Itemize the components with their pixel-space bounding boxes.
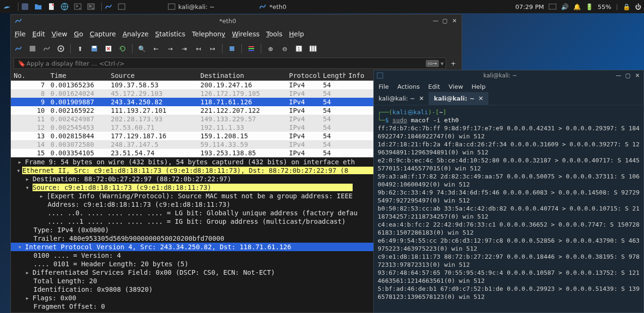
detail-ipv4[interactable]: Internet Protocol Version 4, Src: 243.34… [25,243,291,251]
filter-dropdown-icon[interactable]: ▾ [441,60,444,67]
col-destination[interactable]: Destination [198,72,286,79]
menu-statistics[interactable]: Statistics [155,30,185,38]
notifications-icon[interactable]: 🔔 [573,3,581,10]
detail-tlen[interactable]: Total Length: 20 [33,277,97,285]
maximize-button[interactable]: ▢ [442,17,448,24]
detail-version[interactable]: 0100 .... = Version: 4 [33,252,121,259]
terminal-icon[interactable]: >_ [73,2,83,11]
expand-icon[interactable]: ▸ [24,294,31,302]
open-icon[interactable]: ⬆ [75,44,85,53]
terminal-panel2-icon[interactable] [117,2,126,11]
battery-icon[interactable]: 🔋 [586,3,593,10]
col-time[interactable]: Time [48,72,108,79]
terminal-tab-1[interactable]: kali@kali: ~ ✕ [374,92,429,105]
terminal-body[interactable]: ┌──(kali㉿kali)-[~] └─$ sudo macof -i eth… [374,105,644,313]
goto-icon[interactable]: ⇥ [180,44,189,53]
close-icon[interactable]: ✕ [419,95,424,102]
detail-expert[interactable]: [Expert Info (Warning/Protocol): Source … [47,192,353,200]
expression-button[interactable]: ▭→ [426,60,439,67]
power-icon[interactable]: ⏻ [635,3,641,10]
menu-go[interactable]: Go [74,30,83,38]
menu-help[interactable]: Help [289,30,304,38]
col-source[interactable]: Source [108,72,198,79]
back-icon[interactable]: ← [151,44,161,53]
menu-capture[interactable]: Capture [90,30,116,38]
restart-capture-icon[interactable] [42,44,51,53]
editor-icon[interactable] [47,2,56,11]
menu-analyze[interactable]: Analyze [123,30,149,38]
menu-actions[interactable]: Actions [397,83,420,90]
detail-trailer[interactable]: Trailer: 480e953305d569b9000000050020200… [33,235,224,242]
stop-capture-icon[interactable] [28,44,37,53]
detail-dsf[interactable]: Differentiated Services Field: 0x00 (DSC… [33,269,275,276]
menu-tools[interactable]: Tools [266,30,283,38]
close-button[interactable]: ✕ [634,72,641,79]
menu-help[interactable]: Help [471,83,486,90]
menu-wireless[interactable]: Wireless [232,30,260,38]
detail-lg[interactable]: .... ..0. .... .... .... .... = LG bit: … [48,209,357,217]
menu-file[interactable]: File [379,83,389,90]
files-icon[interactable] [33,2,43,11]
zoom-in-icon[interactable]: ⊕ [266,44,275,53]
menu-view[interactable]: View [448,83,463,90]
lock-icon[interactable]: 🔒 [623,3,630,10]
col-no[interactable]: No. [11,72,48,79]
add-filter-button[interactable]: + [448,60,459,67]
maximize-button[interactable]: ▢ [625,72,631,79]
find-icon[interactable]: 🔍 [137,44,147,53]
desktop-icon[interactable] [20,2,30,11]
wireshark-titlebar[interactable]: *eth0 — ▢ ✕ [11,15,462,27]
capture-options-icon[interactable] [56,44,66,53]
expand-icon[interactable]: ▸ [24,269,31,276]
minimize-button[interactable]: — [432,17,439,24]
terminal-tab-2[interactable]: kali@kali: ~ ✕ [429,92,488,105]
zoom-reset-icon[interactable]: 1 [294,44,304,53]
clock[interactable]: 07:29 PM [515,3,544,10]
col-protocol[interactable]: Protocol [286,72,320,79]
forward-icon[interactable]: → [165,44,175,53]
menu-view[interactable]: View [52,30,67,38]
task-wireshark[interactable]: *eth0 [253,3,292,10]
menu-edit[interactable]: Edit [32,30,45,38]
workspace-icon[interactable] [549,4,556,9]
close-file-icon[interactable] [104,44,113,53]
kali-dragon-icon[interactable] [3,2,12,11]
start-capture-icon[interactable] [14,44,23,53]
root-terminal-icon[interactable]: >_ [86,2,96,11]
detail-ig[interactable]: .... ...1 .... .... .... .... = IG bit: … [48,218,346,225]
zoom-out-icon[interactable]: ⊖ [280,44,289,53]
task-terminal[interactable]: kali@kali: ~ [162,3,220,10]
detail-flags[interactable]: Flags: 0x00 [33,294,76,302]
detail-source[interactable]: Source: c9:e1:d8:18:11:73 (c9:e1:d8:18:1… [33,184,353,191]
save-icon[interactable] [90,44,99,53]
menu-file[interactable]: File [15,30,25,38]
colorize-icon[interactable] [247,44,256,53]
expand-icon[interactable]: ▸ [24,175,31,183]
detail-address[interactable]: Address: c9:e1:d8:18:11:73 (c9:e1:d8:18:… [48,201,231,208]
expand-icon[interactable]: ▸ [38,192,45,200]
minimize-button[interactable]: — [615,72,622,79]
first-icon[interactable]: ↤ [194,44,203,53]
detail-dest[interactable]: Destination: 88:72:0b:27:22:97 (88:72:0b… [33,175,231,183]
detail-type[interactable]: Type: IPv4 (0x0800) [33,226,109,234]
detail-frag[interactable]: Fragment Offset: 0 [33,303,105,310]
collapse-icon[interactable]: ▾ [17,243,23,251]
menu-edit[interactable]: Edit [428,83,440,90]
close-button[interactable]: ✕ [451,17,458,24]
collapse-icon[interactable]: ▾ [17,167,20,174]
autoscroll-icon[interactable] [227,44,237,53]
col-length[interactable]: Length [320,72,346,79]
close-icon[interactable]: ✕ [479,95,484,102]
expand-icon[interactable]: ▸ [17,158,23,166]
bookmark-icon[interactable]: 🔖 [18,60,26,67]
wireshark-panel-icon[interactable] [104,2,113,11]
detail-ident[interactable]: Identification: 0x9808 (38920) [33,286,153,293]
terminal-titlebar[interactable]: kali@kali: ~ — ▢ ✕ [374,70,644,81]
display-filter-input[interactable]: 🔖 Apply a display filter ... <Ctrl-/> ▭→… [14,58,446,69]
collapse-icon[interactable]: ▾ [24,184,31,191]
resize-columns-icon[interactable] [308,44,318,53]
menu-telephony[interactable]: Telephony [192,30,225,38]
globe-icon[interactable] [60,2,69,11]
last-icon[interactable]: ↦ [208,44,217,53]
reload-icon[interactable] [118,44,127,53]
